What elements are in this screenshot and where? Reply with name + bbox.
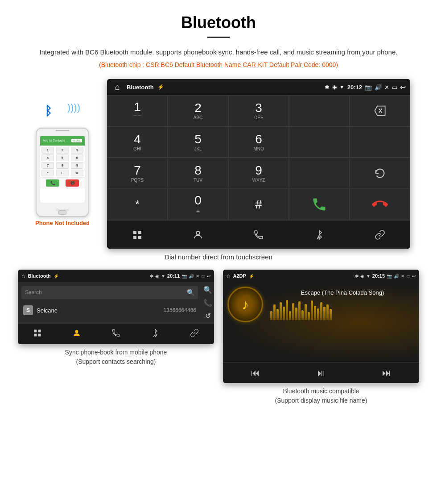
page-title: Bluetooth [18,13,419,32]
pb-status-bar: ⌂ Bluetooth ⚡ ✱ ◉ ▼ 20:11 📷 🔊 ✕ ▭ ↩ [18,270,214,282]
pb-right-refresh-icon[interactable]: ↺ [205,312,211,320]
music-home-icon[interactable]: ⌂ [227,272,230,279]
music-app-title: A2DP [233,273,246,279]
location-icon: ◉ [332,84,337,90]
pb-back-icon[interactable]: ↩ [207,274,210,279]
home-icon[interactable]: ⌂ [111,81,123,93]
back-icon[interactable]: ↩ [400,83,406,92]
music-close-icon: ✕ [401,274,404,279]
bluetooth-icon: ᛒ [45,104,52,118]
dial-key-6[interactable]: 6 MNO [228,126,289,158]
dial-key-2[interactable]: 2 ABC [168,95,228,126]
viz-bar [320,302,322,320]
pb-nav-phone[interactable] [111,329,120,340]
main-screen-area: ᛒ )))) Add to Contacts MORE 1 [18,79,419,249]
main-car-screen: ⌂ Bluetooth ⚡ ✱ ◉ ▼ 20:12 📷 🔊 ✕ ▭ ↩ [107,79,410,249]
dial-refresh-btn[interactable] [350,158,410,189]
dial-key-3[interactable]: 3 DEF [228,95,289,126]
viz-bar [286,300,288,320]
bottom-screens: ⌂ Bluetooth ⚡ ✱ ◉ ▼ 20:11 📷 🔊 ✕ ▭ ↩ [18,270,419,405]
music-back-icon[interactable]: ↩ [412,274,416,279]
prev-btn[interactable]: ⏮ [251,368,260,378]
bluetooth-app-title: Bluetooth [127,84,154,91]
dial-key-star[interactable]: * [107,189,168,220]
pb-nav-grid[interactable] [33,329,42,340]
dial-key-8[interactable]: 8 TUV [168,158,228,189]
viz-bar [289,311,291,320]
dial-hangup-btn[interactable] [350,189,410,220]
phone-screen: Add to Contacts MORE 1 2 3 4 5 [40,136,85,203]
page-description: Integrated with BC6 Bluetooth module, su… [18,47,419,58]
phonebook-screen-wrap: ⌂ Bluetooth ⚡ ✱ ◉ ▼ 20:11 📷 🔊 ✕ ▭ ↩ [18,270,214,405]
next-btn[interactable]: ⏭ [382,368,391,378]
music-title: Escape (The Pina Colada Song) [270,289,415,296]
pb-loc-icon: ◉ [155,274,159,279]
camera-icon: 📷 [365,84,372,91]
pb-main-area: Search 🔍 S Seicane 13566664466 [18,282,202,324]
pb-contact-name: Seicane [37,307,160,314]
pb-wifi-icon: ▼ [161,274,165,279]
pb-search-icon: 🔍 [187,289,194,296]
pb-contact-letter: S [23,305,33,315]
viz-bar [298,301,301,320]
pb-nav-link[interactable] [190,329,199,340]
svg-rect-8 [38,334,41,337]
music-inner: ♪ Escape (The Pina Colada Song) [227,287,415,322]
music-caption: Bluetooth music compatible(Support displ… [223,387,419,405]
viz-bar [301,310,304,320]
phone-aside: ᛒ )))) Add to Contacts MORE 1 [27,102,98,226]
dial-key-7[interactable]: 7 PQRS [107,158,168,189]
dialpad-grid: 1 ⌒⌒ 2 ABC 3 DEF [107,95,410,220]
pb-right-icons: 🔍 📞 ↺ [202,282,214,324]
dial-key-5[interactable]: 5 JKL [168,126,228,158]
pb-search-bar[interactable]: Search 🔍 [21,286,198,299]
wifi-signal-icon: )))) [67,102,80,113]
pb-right-phone-icon[interactable]: 📞 [203,299,212,307]
phone-not-included-label: Phone Not Included [35,220,90,226]
music-controls: ⏮ ⏯ ⏭ [223,362,419,383]
pb-time: 20:11 [167,273,180,279]
music-usb-icon: ⚡ [249,274,254,279]
pb-close-icon: ✕ [196,274,199,279]
dial-key-1[interactable]: 1 ⌒⌒ [107,95,168,126]
music-status-bar: ⌂ A2DP ⚡ ✱ ◉ ▼ 20:15 📷 🔊 ✕ ▭ ↩ [223,270,419,282]
album-art: ♪ [227,287,263,322]
svg-point-9 [75,330,78,333]
dial-key-0[interactable]: 0 + [168,189,228,220]
music-visualizer [270,298,415,320]
viz-bar [311,300,313,320]
pb-nav-bt[interactable] [151,329,160,340]
viz-bar [305,304,307,320]
svg-rect-5 [34,330,37,333]
nav-grid-icon[interactable] [126,224,148,246]
nav-phone-icon[interactable] [247,224,270,246]
pb-contact-row[interactable]: S Seicane 13566664466 [21,303,198,318]
phonebook-content: Search 🔍 S Seicane 13566664466 [18,282,202,321]
dial-key-9[interactable]: 9 WXYZ [228,158,289,189]
dial-key-4[interactable]: 4 GHI [107,126,168,158]
pb-home-icon[interactable]: ⌂ [21,272,25,279]
status-left: ⌂ Bluetooth ⚡ [111,81,164,93]
svg-rect-6 [38,330,41,333]
music-info: Escape (The Pina Colada Song) [270,289,415,320]
nav-bt-icon[interactable] [308,224,330,246]
viz-bar [317,308,319,320]
music-win-icon: ▭ [406,274,410,279]
pb-nav-user[interactable] [72,329,81,340]
usb-icon: ⚡ [157,84,164,90]
svg-rect-7 [34,334,37,337]
status-right: ✱ ◉ ▼ 20:12 📷 🔊 ✕ ▭ ↩ [325,83,406,92]
pb-cam-icon: 📷 [181,274,187,279]
pb-right-search-icon[interactable]: 🔍 [203,286,212,294]
viz-bar [308,312,310,320]
play-pause-btn[interactable]: ⏯ [316,367,326,379]
nav-link-icon[interactable] [369,224,391,246]
volume-icon: 🔊 [375,84,382,91]
dial-backspace-btn[interactable] [350,95,410,126]
time-display: 20:12 [347,84,362,91]
viz-bar [292,303,294,320]
nav-contacts-icon[interactable] [187,224,209,246]
dial-call-btn[interactable] [289,189,350,220]
pb-app-title: Bluetooth [28,273,50,279]
dial-key-hash[interactable]: # [228,189,289,220]
